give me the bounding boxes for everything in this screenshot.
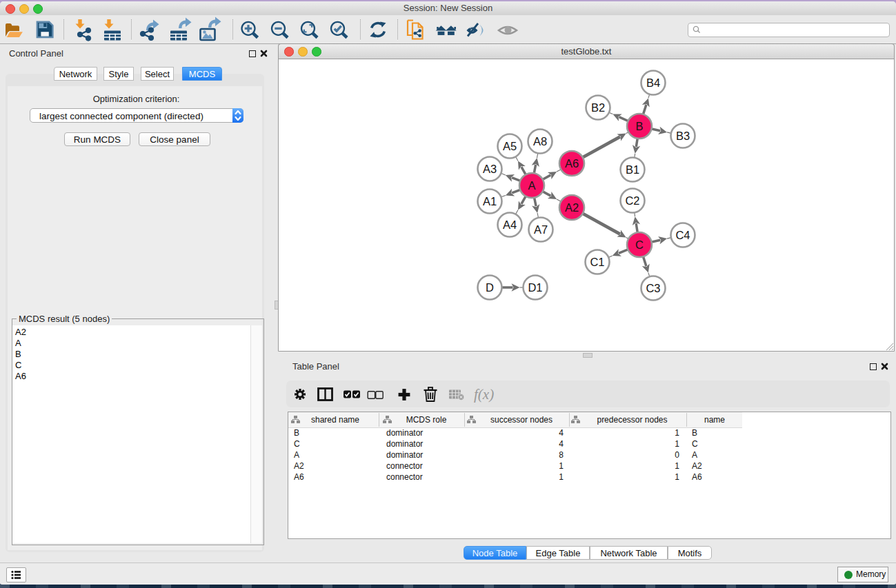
- svg-text:B4: B4: [646, 77, 660, 89]
- svg-text:A8: A8: [533, 135, 547, 148]
- svg-text:D1: D1: [528, 281, 542, 294]
- svg-text:f(x): f(x): [474, 386, 494, 403]
- svg-text:C4: C4: [675, 229, 690, 241]
- svg-text:A: A: [528, 179, 535, 192]
- svg-text:A6: A6: [565, 157, 579, 170]
- svg-text:B3: B3: [676, 130, 690, 142]
- svg-text:D: D: [486, 281, 494, 294]
- svg-text:B2: B2: [591, 101, 605, 114]
- svg-text:B1: B1: [626, 163, 639, 176]
- svg-text:C2: C2: [625, 194, 639, 207]
- svg-text:A4: A4: [503, 219, 517, 231]
- svg-text:A7: A7: [534, 223, 548, 236]
- svg-text:A5: A5: [503, 140, 517, 152]
- svg-text:A2: A2: [565, 201, 579, 214]
- svg-text:A3: A3: [483, 163, 497, 175]
- svg-text:A1: A1: [483, 195, 497, 207]
- svg-text:C: C: [635, 239, 644, 251]
- svg-text:B: B: [635, 120, 643, 132]
- svg-text:C1: C1: [590, 256, 604, 268]
- svg-text:C3: C3: [646, 282, 660, 294]
